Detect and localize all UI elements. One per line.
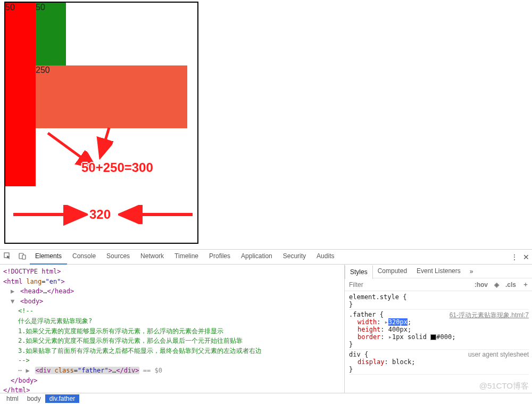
crumb-body[interactable]: body [23,394,45,403]
annotation-width: 320 [89,207,111,222]
width-value-highlighted[interactable]: 320px [388,318,408,326]
father-container: 50 50 250 50+250=300 320 [4,2,198,244]
page-viewport: 50 50 250 50+250=300 320 [0,0,532,249]
div-selector: div { [349,351,368,358]
tab-profiles[interactable]: Profiles [204,249,236,265]
comment-close: --> [3,356,341,366]
hov-toggle[interactable]: :hov [471,281,491,288]
comment-open: <!-- [3,306,341,316]
tab-console[interactable]: Console [67,249,101,265]
tab-audits[interactable]: Audits [311,249,339,265]
svg-rect-6 [22,255,26,259]
styles-filter-bar: Filter :hov ◈ .cls ＋ [345,278,532,291]
color-swatch-icon[interactable] [430,334,436,340]
html-close: </html> [3,386,30,393]
styles-tab-styles[interactable]: Styles [345,265,373,279]
comment-l1: 什么是浮动元素贴靠现象? [3,316,341,326]
source-link-father[interactable]: 61-浮动元素贴靠现象.html:7 [450,311,529,320]
crumb-div-father[interactable]: div.father [45,394,79,403]
doctype-line: <!DOCTYPE html> [3,268,61,275]
element-style-selector: element.style { [349,293,406,301]
devtools-toolbar: Elements Console Sources Network Timelin… [0,250,532,265]
styles-filter-input[interactable]: Filter [345,281,471,288]
green-box: 50 [36,3,66,65]
kebab-icon[interactable]: ⋮ [509,253,520,261]
tab-network[interactable]: Network [135,249,169,265]
close-icon[interactable]: ✕ [520,253,532,261]
orange-box-label: 250 [36,65,50,75]
watermark: @51CTO博客 [479,381,529,391]
crumb-html[interactable]: html [2,394,23,403]
breadcrumb: html body div.father [0,393,532,404]
tab-security[interactable]: Security [278,249,311,265]
source-ua: user agent stylesheet [468,351,529,358]
red-box-label: 50 [5,3,15,12]
styles-tabs-more-icon[interactable]: » [466,268,478,275]
selected-element[interactable]: ⋯ ▶<div class="father">…</div> == $0 [3,366,341,376]
inspect-icon[interactable] [0,252,15,261]
styles-pane: Styles Computed Event Listeners » Filter… [345,265,532,393]
styles-rules[interactable]: element.style { } 61-浮动元素贴靠现象.html:7 .fa… [345,291,532,377]
father-selector: .father { [349,311,384,318]
styles-tab-computed[interactable]: Computed [373,265,412,278]
devtools-tabs: Elements Console Sources Network Timelin… [30,249,339,265]
devtools-panel: Elements Console Sources Network Timelin… [0,249,532,404]
devtools-main: <!DOCTYPE html> <html lang="en"> ▶<head>… [0,265,532,393]
arrow-width-right [118,205,198,226]
arrow-to-sum-2 [93,125,125,162]
comment-l4: 3.如果贴靠了前面所有浮动元素之后都不能显示，最终会贴靠到父元素的左边或者右边 [3,346,341,356]
orange-box: 250 [36,65,187,128]
comment-l2: 1.如果父元素的宽度能够显示所有浮动元素，那么浮动的元素会并排显示 [3,326,341,336]
annotation-sum: 50+250=300 [81,160,153,175]
svg-line-1 [101,128,109,154]
green-box-label: 50 [36,3,45,12]
add-rule-icon[interactable]: ＋ [519,280,532,289]
comment-l3: 2.如果父元素的宽度不能显示所有浮动元素，那么会从最后一个元开始往前贴靠 [3,336,341,346]
tab-timeline[interactable]: Timeline [169,249,204,265]
swatch-icon[interactable]: ◈ [491,281,502,288]
tab-sources[interactable]: Sources [101,249,135,265]
eq-dollar-zero: == $0 [139,367,162,374]
cls-toggle[interactable]: .cls [502,281,519,288]
red-box: 50 [5,3,36,186]
styles-tabs: Styles Computed Event Listeners » [345,265,532,278]
tab-application[interactable]: Application [236,249,278,265]
arrow-width-left [8,205,88,226]
styles-tab-listeners[interactable]: Event Listeners [412,265,466,278]
tab-elements[interactable]: Elements [30,249,67,265]
elements-tree[interactable]: <!DOCTYPE html> <html lang="en"> ▶<head>… [0,265,345,393]
body-close: </body> [11,377,38,384]
device-icon[interactable] [15,252,30,261]
